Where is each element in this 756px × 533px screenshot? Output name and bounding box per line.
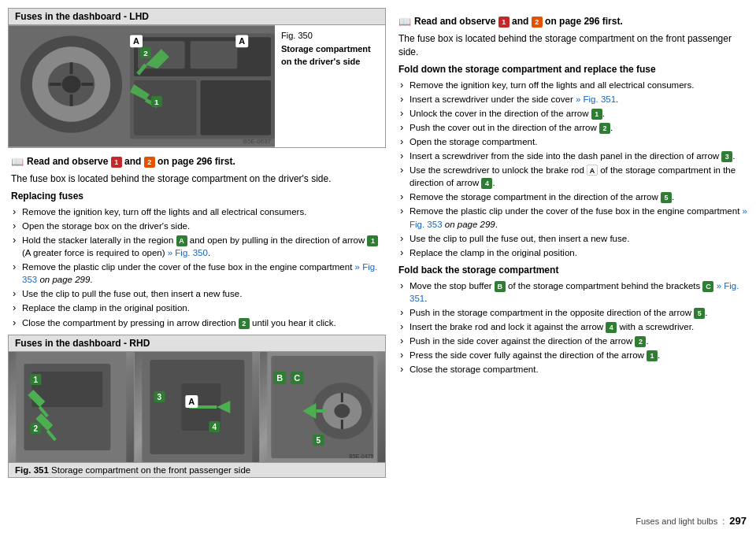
list-item: Remove the ignition key, turn off the li… [398, 78, 748, 92]
list-item: Insert the brake rod and lock it against… [398, 320, 748, 334]
list-item: Replace the clamp in the original positi… [11, 301, 383, 315]
fold-down-list: Remove the ignition key, turn off the li… [398, 78, 748, 260]
lhd-figure-area: A A 2 1 B5E-0 [9, 25, 385, 147]
svg-text:B: B [277, 373, 284, 383]
fig350-title: Storage compartment on the driver's side [281, 43, 380, 68]
right-column: 📖 Read and observe 1 and 2 on page 296 f… [398, 8, 748, 525]
svg-point-54 [335, 404, 350, 418]
rhd-para1: The fuse box is located behind the stora… [398, 32, 748, 59]
list-item: Push in the storage compartment in the o… [398, 305, 748, 320]
fig351-title: Storage compartment on the front passeng… [51, 465, 250, 475]
svg-rect-11 [134, 80, 197, 135]
badge-1: 1 [591, 109, 602, 120]
note-text-rhd: Read and observe 1 and 2 on page 296 fir… [414, 16, 623, 28]
footer-text: Fuses and light bulbs [636, 516, 717, 526]
svg-text:3: 3 [157, 393, 161, 402]
fold-back-list: Move the stop buffer B of the storage co… [398, 279, 748, 377]
list-item: Move the stop buffer B of the storage co… [398, 279, 748, 305]
svg-point-4 [62, 76, 81, 93]
book-icon: 📖 [11, 156, 24, 168]
replacing-list: Remove the ignition key, turn off the li… [11, 205, 383, 330]
svg-text:C: C [295, 373, 301, 383]
fold-down-title: Fold down the storage compartment and re… [398, 64, 748, 75]
page-number: 297 [729, 515, 747, 527]
badge-4b: 4 [606, 322, 617, 333]
list-item: Insert a screwdriver under the side cove… [398, 92, 748, 106]
replacing-fuses-title: Replacing fuses [11, 191, 383, 202]
lhd-note: 📖 Read and observe 1 and 2 on page 296 f… [11, 156, 383, 168]
badge-1b: 1 [647, 350, 658, 361]
badge-2-right: 2 [532, 17, 543, 28]
list-item: Remove the ignition key, turn off the li… [11, 205, 383, 219]
page-footer: Fuses and light bulbs : 297 [636, 515, 747, 527]
lhd-section: Fuses in the dashboard - LHD [8, 8, 386, 148]
badge-b: B [495, 281, 506, 292]
lhd-header: Fuses in the dashboard - LHD [9, 9, 385, 25]
list-item: Press the side cover fully against the d… [398, 348, 748, 362]
svg-text:A: A [188, 397, 195, 406]
lhd-para1: The fuse box is located behind the stora… [11, 172, 383, 186]
fig351-link-1[interactable]: » Fig. 351 [576, 94, 616, 104]
rhd-panel-3: B C 5 B5E-0475 [260, 352, 385, 462]
list-item: Use the screwdriver to unlock the brake … [398, 163, 748, 190]
list-item: Open the storage compartment. [398, 135, 748, 149]
list-item: Open the storage box on the driver's sid… [11, 219, 383, 233]
rhd-panel-2: 3 4 A [135, 352, 261, 462]
list-item: Remove the storage compartment in the di… [398, 190, 748, 204]
badge-a: A [176, 235, 187, 246]
svg-text:B5E-0475: B5E-0475 [350, 453, 374, 459]
list-item: Close the storage compartment. [398, 362, 748, 376]
fig351-num: Fig. 351 [15, 465, 49, 475]
badge-1-right: 1 [498, 17, 510, 28]
fig350-num: Fig. 350 [281, 30, 380, 42]
list-item: Use the clip to pull the fuse out, then … [398, 231, 748, 246]
lhd-text-area: 📖 Read and observe 1 and 2 on page 296 f… [8, 156, 386, 330]
list-item: Insert a screwdriver from the side into … [398, 149, 748, 163]
badge-4: 4 [481, 178, 492, 189]
fig351-link-2[interactable]: » Fig. 351 [410, 281, 739, 303]
svg-rect-12 [201, 80, 271, 135]
svg-text:5: 5 [317, 436, 321, 445]
list-item: Close the compartment by pressing in arr… [11, 316, 383, 330]
list-item: Push the cover out in the direction of t… [398, 120, 748, 135]
svg-rect-14 [191, 41, 238, 68]
rhd-note: 📖 Read and observe 1 and 2 on page 296 f… [398, 16, 748, 28]
list-item: Remove the plastic clip under the cover … [398, 204, 748, 231]
badge-2b: 2 [635, 336, 646, 347]
list-item: Replace the clamp in the original positi… [398, 246, 748, 260]
book-icon-right: 📖 [398, 16, 411, 28]
badge-3: 3 [721, 151, 732, 162]
svg-text:4: 4 [212, 423, 217, 431]
svg-text:1: 1 [34, 376, 39, 384]
svg-text:A: A [133, 36, 139, 46]
badge-2: 2 [239, 318, 250, 329]
badge-c: C [702, 281, 713, 292]
list-item: Unlock the cover in the direction of the… [398, 106, 748, 120]
left-column: Fuses in the dashboard - LHD [8, 8, 386, 525]
badge-1: 1 [367, 235, 378, 246]
fig350-caption: Fig. 350 Storage compartment on the driv… [275, 25, 385, 147]
svg-text:A: A [239, 36, 245, 46]
svg-text:2: 2 [34, 424, 39, 433]
note-text-lhd: Read and observe 1 and 2 on page 296 fir… [27, 156, 235, 168]
svg-text:1: 1 [154, 98, 159, 106]
fig351-caption: Fig. 351 Storage compartment on the fron… [9, 462, 385, 477]
list-item: Remove the plastic clip under the cover … [11, 260, 383, 287]
badge-a: A [587, 165, 598, 176]
svg-text:B5E-0637: B5E-0637 [243, 138, 272, 145]
svg-text:2: 2 [143, 49, 148, 57]
badge-2: 2 [599, 123, 610, 134]
badge-2: 2 [144, 157, 155, 168]
fig350-link[interactable]: » Fig. 350 [168, 248, 208, 257]
list-item: Push in the side cover against the direc… [398, 334, 748, 348]
rhd-panel-1: 1 2 [9, 352, 135, 462]
badge-5b: 5 [694, 308, 705, 319]
rhd-header: Fuses in the dashboard - RHD [9, 335, 385, 352]
list-item: Hold the stacker laterally in the region… [11, 233, 383, 260]
rhd-section: Fuses in the dashboard - RHD [8, 335, 386, 478]
footer-separator: : [722, 516, 724, 526]
badge-1: 1 [111, 157, 122, 168]
list-item: Use the clip to pull the fuse out, then … [11, 287, 383, 301]
badge-5: 5 [661, 192, 672, 203]
fold-back-title: Fold back the storage compartment [398, 265, 748, 276]
